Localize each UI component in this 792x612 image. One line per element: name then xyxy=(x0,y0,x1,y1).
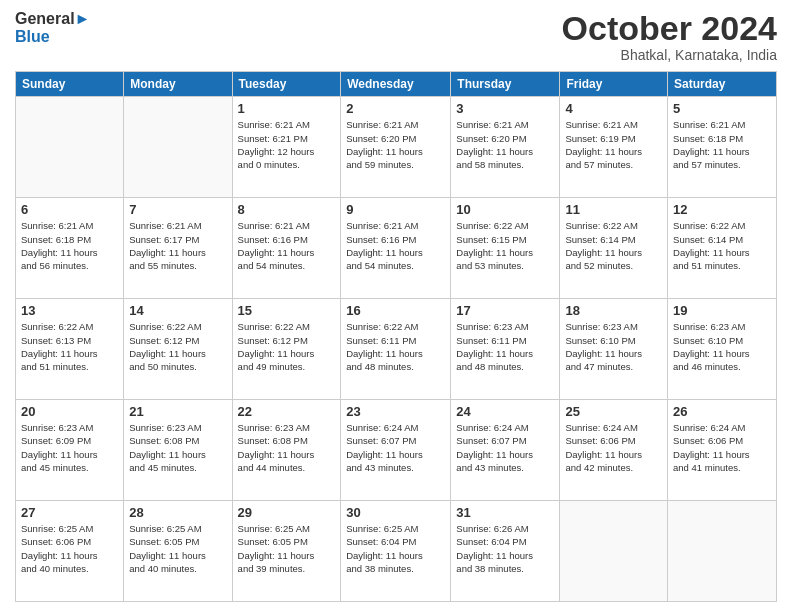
day-info: Sunrise: 6:23 AMSunset: 6:08 PMDaylight:… xyxy=(238,421,336,474)
calendar-cell: 25Sunrise: 6:24 AMSunset: 6:06 PMDayligh… xyxy=(560,400,668,501)
calendar-cell xyxy=(124,97,232,198)
day-number: 3 xyxy=(456,101,554,116)
calendar-cell: 30Sunrise: 6:25 AMSunset: 6:04 PMDayligh… xyxy=(341,501,451,602)
day-info: Sunrise: 6:23 AMSunset: 6:10 PMDaylight:… xyxy=(673,320,771,373)
day-number: 16 xyxy=(346,303,445,318)
calendar-cell: 8Sunrise: 6:21 AMSunset: 6:16 PMDaylight… xyxy=(232,198,341,299)
calendar-week-row: 1Sunrise: 6:21 AMSunset: 6:21 PMDaylight… xyxy=(16,97,777,198)
calendar-cell: 12Sunrise: 6:22 AMSunset: 6:14 PMDayligh… xyxy=(668,198,777,299)
day-info: Sunrise: 6:21 AMSunset: 6:17 PMDaylight:… xyxy=(129,219,226,272)
day-number: 10 xyxy=(456,202,554,217)
day-info: Sunrise: 6:21 AMSunset: 6:21 PMDaylight:… xyxy=(238,118,336,171)
calendar-cell: 13Sunrise: 6:22 AMSunset: 6:13 PMDayligh… xyxy=(16,299,124,400)
day-number: 1 xyxy=(238,101,336,116)
day-info: Sunrise: 6:25 AMSunset: 6:06 PMDaylight:… xyxy=(21,522,118,575)
calendar-table: Sunday Monday Tuesday Wednesday Thursday… xyxy=(15,71,777,602)
day-number: 11 xyxy=(565,202,662,217)
calendar-cell: 17Sunrise: 6:23 AMSunset: 6:11 PMDayligh… xyxy=(451,299,560,400)
day-info: Sunrise: 6:22 AMSunset: 6:13 PMDaylight:… xyxy=(21,320,118,373)
day-info: Sunrise: 6:24 AMSunset: 6:07 PMDaylight:… xyxy=(346,421,445,474)
calendar-cell: 21Sunrise: 6:23 AMSunset: 6:08 PMDayligh… xyxy=(124,400,232,501)
calendar-cell: 31Sunrise: 6:26 AMSunset: 6:04 PMDayligh… xyxy=(451,501,560,602)
col-thursday: Thursday xyxy=(451,72,560,97)
header: General► Blue October 2024 Bhatkal, Karn… xyxy=(15,10,777,63)
calendar-cell: 19Sunrise: 6:23 AMSunset: 6:10 PMDayligh… xyxy=(668,299,777,400)
calendar-cell: 5Sunrise: 6:21 AMSunset: 6:18 PMDaylight… xyxy=(668,97,777,198)
calendar-cell: 28Sunrise: 6:25 AMSunset: 6:05 PMDayligh… xyxy=(124,501,232,602)
day-info: Sunrise: 6:24 AMSunset: 6:06 PMDaylight:… xyxy=(673,421,771,474)
calendar-cell: 18Sunrise: 6:23 AMSunset: 6:10 PMDayligh… xyxy=(560,299,668,400)
day-number: 6 xyxy=(21,202,118,217)
day-info: Sunrise: 6:23 AMSunset: 6:08 PMDaylight:… xyxy=(129,421,226,474)
day-info: Sunrise: 6:25 AMSunset: 6:05 PMDaylight:… xyxy=(129,522,226,575)
calendar-cell: 15Sunrise: 6:22 AMSunset: 6:12 PMDayligh… xyxy=(232,299,341,400)
day-number: 12 xyxy=(673,202,771,217)
day-info: Sunrise: 6:21 AMSunset: 6:18 PMDaylight:… xyxy=(673,118,771,171)
title-block: October 2024 Bhatkal, Karnataka, India xyxy=(562,10,777,63)
day-number: 23 xyxy=(346,404,445,419)
day-info: Sunrise: 6:23 AMSunset: 6:09 PMDaylight:… xyxy=(21,421,118,474)
calendar-week-row: 6Sunrise: 6:21 AMSunset: 6:18 PMDaylight… xyxy=(16,198,777,299)
col-friday: Friday xyxy=(560,72,668,97)
day-info: Sunrise: 6:24 AMSunset: 6:07 PMDaylight:… xyxy=(456,421,554,474)
day-number: 13 xyxy=(21,303,118,318)
calendar-cell: 7Sunrise: 6:21 AMSunset: 6:17 PMDaylight… xyxy=(124,198,232,299)
calendar-cell xyxy=(16,97,124,198)
calendar-cell: 24Sunrise: 6:24 AMSunset: 6:07 PMDayligh… xyxy=(451,400,560,501)
day-number: 21 xyxy=(129,404,226,419)
day-number: 25 xyxy=(565,404,662,419)
col-monday: Monday xyxy=(124,72,232,97)
location-subtitle: Bhatkal, Karnataka, India xyxy=(562,47,777,63)
day-info: Sunrise: 6:21 AMSunset: 6:16 PMDaylight:… xyxy=(238,219,336,272)
day-info: Sunrise: 6:22 AMSunset: 6:14 PMDaylight:… xyxy=(565,219,662,272)
day-info: Sunrise: 6:24 AMSunset: 6:06 PMDaylight:… xyxy=(565,421,662,474)
calendar-cell: 3Sunrise: 6:21 AMSunset: 6:20 PMDaylight… xyxy=(451,97,560,198)
col-sunday: Sunday xyxy=(16,72,124,97)
day-number: 8 xyxy=(238,202,336,217)
day-info: Sunrise: 6:22 AMSunset: 6:14 PMDaylight:… xyxy=(673,219,771,272)
logo: General► Blue xyxy=(15,10,90,45)
day-number: 19 xyxy=(673,303,771,318)
calendar-cell: 16Sunrise: 6:22 AMSunset: 6:11 PMDayligh… xyxy=(341,299,451,400)
day-number: 2 xyxy=(346,101,445,116)
day-info: Sunrise: 6:22 AMSunset: 6:11 PMDaylight:… xyxy=(346,320,445,373)
calendar-cell: 14Sunrise: 6:22 AMSunset: 6:12 PMDayligh… xyxy=(124,299,232,400)
day-info: Sunrise: 6:25 AMSunset: 6:05 PMDaylight:… xyxy=(238,522,336,575)
day-number: 24 xyxy=(456,404,554,419)
day-number: 18 xyxy=(565,303,662,318)
day-info: Sunrise: 6:21 AMSunset: 6:20 PMDaylight:… xyxy=(456,118,554,171)
day-number: 30 xyxy=(346,505,445,520)
calendar-cell: 4Sunrise: 6:21 AMSunset: 6:19 PMDaylight… xyxy=(560,97,668,198)
day-number: 22 xyxy=(238,404,336,419)
day-number: 27 xyxy=(21,505,118,520)
day-number: 26 xyxy=(673,404,771,419)
day-number: 28 xyxy=(129,505,226,520)
day-info: Sunrise: 6:23 AMSunset: 6:11 PMDaylight:… xyxy=(456,320,554,373)
calendar-cell: 20Sunrise: 6:23 AMSunset: 6:09 PMDayligh… xyxy=(16,400,124,501)
day-number: 4 xyxy=(565,101,662,116)
calendar-cell xyxy=(560,501,668,602)
day-number: 5 xyxy=(673,101,771,116)
day-info: Sunrise: 6:21 AMSunset: 6:16 PMDaylight:… xyxy=(346,219,445,272)
calendar-week-row: 13Sunrise: 6:22 AMSunset: 6:13 PMDayligh… xyxy=(16,299,777,400)
calendar-cell: 11Sunrise: 6:22 AMSunset: 6:14 PMDayligh… xyxy=(560,198,668,299)
day-info: Sunrise: 6:23 AMSunset: 6:10 PMDaylight:… xyxy=(565,320,662,373)
calendar-week-row: 20Sunrise: 6:23 AMSunset: 6:09 PMDayligh… xyxy=(16,400,777,501)
day-number: 15 xyxy=(238,303,336,318)
day-info: Sunrise: 6:21 AMSunset: 6:20 PMDaylight:… xyxy=(346,118,445,171)
col-wednesday: Wednesday xyxy=(341,72,451,97)
calendar-cell: 10Sunrise: 6:22 AMSunset: 6:15 PMDayligh… xyxy=(451,198,560,299)
calendar-header-row: Sunday Monday Tuesday Wednesday Thursday… xyxy=(16,72,777,97)
page: General► Blue October 2024 Bhatkal, Karn… xyxy=(0,0,792,612)
calendar-cell: 9Sunrise: 6:21 AMSunset: 6:16 PMDaylight… xyxy=(341,198,451,299)
calendar-cell: 2Sunrise: 6:21 AMSunset: 6:20 PMDaylight… xyxy=(341,97,451,198)
day-number: 29 xyxy=(238,505,336,520)
calendar-cell: 27Sunrise: 6:25 AMSunset: 6:06 PMDayligh… xyxy=(16,501,124,602)
calendar-cell: 22Sunrise: 6:23 AMSunset: 6:08 PMDayligh… xyxy=(232,400,341,501)
calendar-cell: 6Sunrise: 6:21 AMSunset: 6:18 PMDaylight… xyxy=(16,198,124,299)
day-number: 7 xyxy=(129,202,226,217)
calendar-cell xyxy=(668,501,777,602)
day-number: 17 xyxy=(456,303,554,318)
col-tuesday: Tuesday xyxy=(232,72,341,97)
col-saturday: Saturday xyxy=(668,72,777,97)
